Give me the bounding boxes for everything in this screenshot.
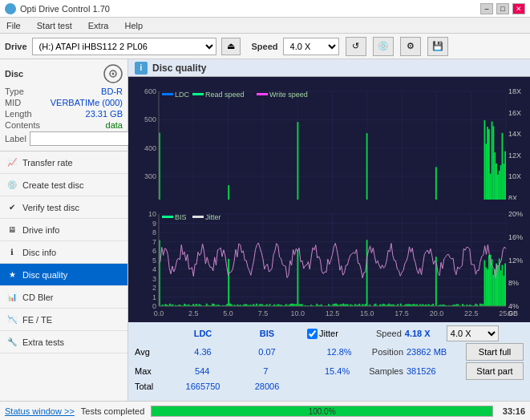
length-row: Length 23.31 GB (5, 109, 123, 119)
cd-bler-icon: 📊 (6, 292, 18, 303)
menu-start-test[interactable]: Start test (34, 19, 75, 32)
speed-label: Speed (252, 42, 278, 51)
tests-completed-label: Tests completed (81, 406, 144, 416)
close-button[interactable]: ✕ (512, 3, 525, 14)
extra-tests-icon: 🔧 (6, 337, 18, 348)
menubar: File Start test Extra Help (0, 18, 530, 34)
svg-point-2 (112, 73, 115, 75)
drivebar: Drive (H:) ATAPI iHBS112 2 PL06 ⏏ Speed … (0, 34, 530, 59)
status-window-link[interactable]: Status window >> (5, 406, 75, 416)
content-area: i Disc quality LDC BIS Jitter (128, 59, 530, 401)
sidebar-label-cd-bler: CD Bler (22, 293, 54, 302)
avg-bis: 0.07 (235, 347, 299, 357)
progress-bar-container: 100.0% (151, 406, 493, 417)
sidebar-item-transfer-rate[interactable]: 📈 Transfer rate (0, 151, 127, 174)
titlebar-left: Opti Drive Control 1.70 (5, 3, 110, 14)
sidebar-menu: 📈 Transfer rate 💿 Create test disc ✔ Ver… (0, 151, 127, 401)
main-layout: Disc Type BD-R MID VERBATIMe (000) Lengt… (0, 59, 530, 401)
settings-button[interactable]: ⚙ (400, 37, 421, 56)
samples-label: Samples (369, 366, 403, 376)
create-test-disc-icon: 💿 (6, 180, 18, 191)
disc-panel-title: Disc (5, 69, 23, 79)
sidebar-label-create-test-disc: Create test disc (22, 180, 83, 190)
disc-quality-icon: ★ (6, 269, 18, 281)
disc-info-panel: Disc Type BD-R MID VERBATIMe (000) Lengt… (0, 59, 127, 151)
avg-label: Avg (135, 347, 171, 357)
titlebar: Opti Drive Control 1.70 – □ ✕ (0, 0, 530, 18)
sidebar-label-extra-tests: Extra tests (22, 337, 64, 347)
bis-header: BIS (235, 329, 299, 338)
stats-speed-select[interactable]: 4.0 X (447, 325, 499, 341)
sidebar-label-disc-info: Disc info (22, 248, 56, 257)
sidebar-item-disc-info[interactable]: ℹ Disc info (0, 241, 127, 264)
max-bis: 7 (234, 366, 297, 376)
position-label: Position (372, 347, 403, 357)
total-label: Total (135, 382, 171, 391)
menu-help[interactable]: Help (121, 19, 146, 32)
ldc-header: LDC (171, 329, 235, 338)
sidebar-item-disc-quality[interactable]: ★ Disc quality (0, 264, 127, 286)
charts-area (128, 77, 530, 322)
sidebar-item-fe-te[interactable]: 📉 FE / TE (0, 309, 127, 331)
label-input[interactable] (30, 131, 136, 146)
max-ldc: 544 (171, 366, 234, 376)
disc-svg-icon (103, 64, 123, 83)
max-label: Max (135, 366, 171, 376)
minimize-button[interactable]: – (480, 3, 493, 14)
menu-extra[interactable]: Extra (85, 19, 112, 32)
jitter-label: Jitter (319, 329, 338, 338)
jitter-check-container: Jitter (307, 329, 371, 339)
mid-row: MID VERBATIMe (000) (5, 98, 123, 107)
sidebar-label-verify-test-disc: Verify test disc (22, 203, 79, 212)
sidebar-item-create-test-disc[interactable]: 💿 Create test disc (0, 174, 127, 196)
sidebar-label-transfer-rate: Transfer rate (22, 158, 73, 168)
drive-label: Drive (5, 42, 27, 51)
sidebar-item-cd-bler[interactable]: 📊 CD Bler (0, 286, 127, 309)
drive-info-icon: 🖥 (6, 224, 18, 236)
speed-select[interactable]: 4.0 X (283, 38, 339, 55)
avg-ldc: 4.36 (171, 347, 235, 357)
transfer-rate-icon: 📈 (6, 157, 18, 168)
verify-test-disc-icon: ✔ (6, 202, 18, 213)
speed-value: 4.18 X (405, 329, 445, 338)
eject-button[interactable]: ⏏ (221, 38, 241, 55)
bis-jitter-chart (128, 200, 530, 322)
max-jitter: 15.4% (305, 366, 369, 376)
disc-quality-header: i Disc quality (128, 59, 530, 77)
save-button[interactable]: 💾 (427, 37, 448, 56)
sidebar-item-extra-tests[interactable]: 🔧 Extra tests (0, 331, 127, 353)
position-value: 23862 MB (407, 347, 463, 357)
menu-file[interactable]: File (3, 19, 24, 32)
refresh-button[interactable]: ↺ (346, 37, 366, 56)
fe-te-icon: 📉 (6, 314, 18, 325)
titlebar-controls: – □ ✕ (480, 3, 525, 14)
sidebar: Disc Type BD-R MID VERBATIMe (000) Lengt… (0, 59, 128, 401)
label-row: Label 🔒 (5, 131, 123, 146)
app-icon (5, 3, 16, 14)
contents-row: Contents data (5, 120, 123, 130)
jitter-checkbox[interactable] (307, 329, 318, 339)
disc-panel-header: Disc (5, 64, 123, 83)
progress-text: 100.0% (309, 406, 336, 418)
avg-jitter: 12.8% (307, 347, 371, 357)
total-ldc: 1665750 (171, 382, 235, 391)
speed-static-label: Speed (376, 329, 402, 338)
disc-button[interactable]: 💿 (373, 37, 394, 56)
start-part-button[interactable]: Start part (466, 362, 524, 380)
total-bis: 28006 (235, 382, 299, 391)
type-row: Type BD-R (5, 87, 123, 96)
start-full-button[interactable]: Start full (466, 343, 524, 361)
sidebar-item-verify-test-disc[interactable]: ✔ Verify test disc (0, 196, 127, 219)
samples-value: 381526 (407, 366, 463, 376)
disc-quality-header-icon: i (135, 62, 148, 75)
stats-bar: LDC BIS Jitter Speed 4.18 X 4.0 X Avg (128, 322, 530, 401)
app-title: Opti Drive Control 1.70 (20, 4, 110, 14)
sidebar-label-fe-te: FE / TE (22, 315, 52, 325)
maximize-button[interactable]: □ (496, 3, 509, 14)
sidebar-label-disc-quality: Disc quality (22, 270, 67, 280)
drive-select[interactable]: (H:) ATAPI iHBS112 2 PL06 (32, 38, 216, 55)
sidebar-label-drive-info: Drive info (22, 225, 59, 235)
sidebar-item-drive-info[interactable]: 🖥 Drive info (0, 219, 127, 241)
disc-quality-title: Disc quality (152, 63, 206, 74)
status-time: 33:16 (503, 406, 525, 416)
